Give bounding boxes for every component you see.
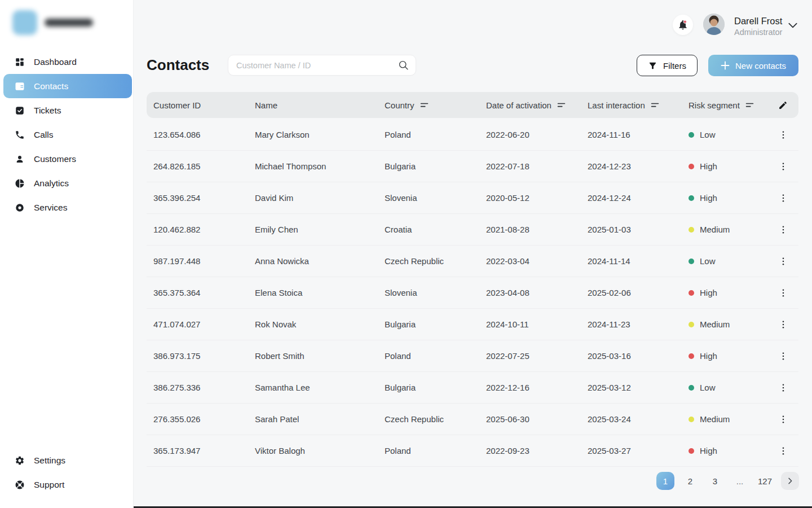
page-button-127[interactable]: 127 bbox=[756, 472, 774, 490]
profile-info: Darell Frost Administrator bbox=[734, 15, 782, 37]
cell-last-interaction: 2025-03-24 bbox=[588, 414, 689, 424]
cell-risk-segment: High bbox=[689, 161, 767, 171]
cell-country: Bulgaria bbox=[385, 319, 486, 329]
new-contacts-label: New contacts bbox=[735, 61, 786, 71]
cell-last-interaction: 2025-03-27 bbox=[588, 446, 689, 456]
risk-label: Low bbox=[700, 256, 716, 266]
profile-role: Administrator bbox=[734, 27, 782, 37]
cell-last-interaction: 2025-03-16 bbox=[588, 351, 689, 361]
row-menu-button[interactable] bbox=[775, 380, 791, 396]
risk-dot bbox=[689, 227, 694, 233]
search-icon[interactable] bbox=[398, 60, 409, 71]
notifications-button[interactable] bbox=[673, 15, 693, 35]
sidebar-item-label: Support bbox=[34, 480, 64, 490]
search-input[interactable] bbox=[236, 61, 398, 70]
risk-dot bbox=[689, 195, 694, 201]
sidebar-item-label: Contacts bbox=[34, 81, 68, 91]
row-menu-button[interactable] bbox=[775, 443, 791, 459]
cell-risk-segment: Low bbox=[689, 130, 767, 139]
filters-button[interactable]: Filters bbox=[637, 55, 698, 76]
risk-dot bbox=[689, 353, 694, 359]
sidebar-item-support[interactable]: Support bbox=[0, 472, 133, 497]
cell-country: Slovenia bbox=[385, 288, 486, 297]
page-button-1[interactable]: 1 bbox=[656, 472, 674, 490]
cell-customer-id: 365.375.364 bbox=[153, 288, 255, 297]
avatar[interactable] bbox=[703, 14, 725, 35]
settings-icon bbox=[15, 456, 25, 466]
calls-icon bbox=[15, 130, 25, 140]
sidebar-footer-nav: SettingsSupport bbox=[0, 448, 133, 497]
cell-country: Poland bbox=[385, 130, 486, 139]
column-header-label: Customer ID bbox=[153, 100, 201, 110]
analytics-icon bbox=[15, 178, 25, 189]
table-row: 386.275.336Samantha LeeBulgaria2022-12-1… bbox=[147, 372, 798, 404]
cell-activation-date: 2022-06-20 bbox=[486, 130, 588, 139]
table-row: 365.375.364Elena StoicaSlovenia2023-04-0… bbox=[147, 277, 798, 309]
risk-label: High bbox=[700, 288, 717, 297]
risk-dot bbox=[689, 132, 694, 138]
chevron-down-icon[interactable] bbox=[787, 21, 798, 29]
row-menu-button[interactable] bbox=[775, 317, 791, 332]
logo-icon bbox=[12, 10, 37, 35]
page-button-2[interactable]: 2 bbox=[681, 472, 699, 490]
sort-icon[interactable] bbox=[420, 101, 429, 110]
cell-country: Poland bbox=[385, 446, 486, 456]
sort-icon[interactable] bbox=[745, 101, 754, 110]
risk-label: High bbox=[700, 193, 717, 203]
table-row: 123.654.086Mary ClarksonPoland2022-06-20… bbox=[147, 119, 798, 151]
support-icon bbox=[15, 480, 25, 490]
sidebar-item-services[interactable]: Services bbox=[0, 195, 133, 220]
sidebar-item-calls[interactable]: Calls bbox=[0, 122, 133, 147]
cell-activation-date: 2024-10-11 bbox=[486, 319, 588, 329]
row-menu-button[interactable] bbox=[775, 222, 791, 238]
row-menu-button[interactable] bbox=[775, 190, 791, 206]
cell-activation-date: 2025-06-30 bbox=[486, 414, 588, 424]
risk-label: Medium bbox=[700, 414, 730, 424]
risk-dot bbox=[689, 417, 694, 422]
sidebar-item-analytics[interactable]: Analytics bbox=[0, 171, 133, 195]
cell-customer-id: 276.355.026 bbox=[153, 414, 255, 424]
services-icon bbox=[15, 203, 25, 213]
cell-customer-id: 365.173.947 bbox=[153, 446, 255, 456]
cell-customer-id: 365.396.254 bbox=[153, 193, 255, 203]
risk-dot bbox=[689, 290, 694, 296]
page-title: Contacts bbox=[147, 56, 209, 74]
sidebar-item-label: Dashboard bbox=[34, 57, 77, 67]
column-header[interactable]: Risk segment bbox=[689, 100, 767, 110]
cell-last-interaction: 2024-11-23 bbox=[588, 319, 689, 329]
sidebar-item-contacts[interactable]: Contacts bbox=[3, 74, 132, 98]
sidebar-item-tickets[interactable]: Tickets bbox=[0, 98, 133, 122]
cell-customer-id: 386.275.336 bbox=[153, 383, 255, 392]
column-header[interactable]: Country bbox=[385, 100, 486, 110]
row-menu-button[interactable] bbox=[775, 285, 791, 301]
pagination-ellipsis: ... bbox=[731, 472, 749, 490]
cell-risk-segment: Medium bbox=[689, 319, 767, 329]
cell-activation-date: 2022-03-04 bbox=[486, 256, 588, 266]
risk-dot bbox=[689, 322, 694, 327]
filters-label: Filters bbox=[663, 61, 686, 71]
sort-icon[interactable] bbox=[557, 101, 566, 110]
chevron-right-icon bbox=[785, 476, 795, 485]
column-header[interactable]: Date of activation bbox=[486, 100, 588, 110]
plus-icon bbox=[721, 61, 730, 70]
sidebar-item-dashboard[interactable]: Dashboard bbox=[0, 50, 133, 74]
next-page-button[interactable] bbox=[781, 472, 799, 490]
edit-icon[interactable] bbox=[778, 100, 788, 110]
sidebar-item-settings[interactable]: Settings bbox=[0, 448, 133, 472]
row-menu-button[interactable] bbox=[775, 411, 791, 427]
risk-dot bbox=[689, 448, 694, 454]
table-row: 264.826.185Michael ThompsonBulgaria2022-… bbox=[147, 151, 798, 182]
risk-label: High bbox=[700, 161, 717, 171]
row-menu-button[interactable] bbox=[775, 348, 791, 364]
column-header[interactable]: Last interaction bbox=[588, 100, 689, 110]
row-menu-button[interactable] bbox=[775, 127, 791, 143]
cell-risk-segment: Low bbox=[689, 256, 767, 266]
sidebar-item-customers[interactable]: Customers bbox=[0, 147, 133, 171]
sidebar-item-label: Calls bbox=[34, 130, 53, 140]
new-contacts-button[interactable]: New contacts bbox=[708, 55, 798, 76]
row-menu-button[interactable] bbox=[775, 253, 791, 269]
page-button-3[interactable]: 3 bbox=[706, 472, 724, 490]
sort-icon[interactable] bbox=[650, 101, 660, 110]
row-menu-button[interactable] bbox=[775, 159, 791, 174]
table-header-row: Customer IDNameCountryDate of activation… bbox=[147, 92, 798, 118]
